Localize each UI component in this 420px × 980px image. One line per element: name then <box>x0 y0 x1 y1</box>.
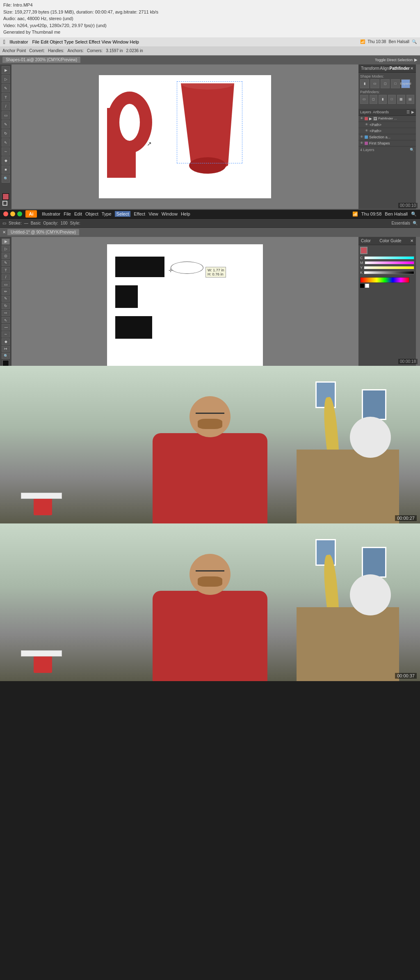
menu-file-s2[interactable]: File <box>64 211 71 216</box>
scrollbar-s1[interactable] <box>416 64 420 209</box>
eye-icon-2[interactable]: 👁 <box>365 123 368 126</box>
menu-effect-s2[interactable]: Effect <box>134 211 145 216</box>
menu-edit-s1[interactable]: Edit <box>41 39 48 44</box>
swatch-black[interactable] <box>360 284 364 288</box>
menu-select-s1[interactable]: Select <box>75 39 88 44</box>
trim-btn[interactable]: ◻ <box>370 95 378 104</box>
layers-menu-btn[interactable]: ☰ <box>406 110 410 114</box>
text-tool-s2[interactable]: T <box>2 267 10 273</box>
menu-window-s2[interactable]: Window <box>162 211 178 216</box>
blend-tool[interactable]: ∼ <box>2 147 10 156</box>
direct-selection-tool[interactable]: ▷ <box>2 75 10 83</box>
toggle-arrow[interactable]: ▶ <box>414 57 418 62</box>
panel-close[interactable]: ✕ <box>410 66 413 71</box>
menu-select-s2[interactable]: Select <box>115 211 131 217</box>
search-icon-s1[interactable]: 🔍 <box>412 39 417 44</box>
color-tab[interactable]: Color <box>361 239 371 243</box>
paintbrush-s2[interactable]: ✏ <box>2 288 10 294</box>
menu-view-s2[interactable]: View <box>148 211 158 216</box>
outline-btn[interactable]: ▩ <box>397 95 405 104</box>
menu-effect-s1[interactable]: Effect <box>89 39 100 44</box>
tab-untitled[interactable]: Untitled-1* @ 90% (CMYK/Preview) <box>7 229 79 235</box>
menu-help-s1[interactable]: Help <box>130 39 139 44</box>
line-tool-s2[interactable]: / <box>2 274 10 280</box>
layers-tab[interactable]: Layers <box>360 110 371 114</box>
blend-s2[interactable]: ∼ <box>2 331 10 337</box>
merge-btn[interactable]: ▮ <box>379 95 387 104</box>
artboards-tab[interactable]: Artboards <box>373 110 389 114</box>
tab-btn-close-s2[interactable]: ✕ <box>2 230 6 234</box>
rotate-s2[interactable]: ↻ <box>2 303 10 309</box>
eye-icon-4[interactable]: 👁 <box>360 135 363 139</box>
search-icon-s2[interactable]: 🔍 <box>411 211 417 217</box>
menu-edit-s2[interactable]: Edit <box>74 211 82 216</box>
rotate-tool[interactable]: ↻ <box>2 129 10 138</box>
minus-back-btn[interactable]: ▤ <box>406 95 415 104</box>
rect-icon-s2[interactable]: ▭ <box>2 221 6 225</box>
slider-m[interactable] <box>365 261 415 264</box>
intersect-btn[interactable]: ◻ <box>381 79 390 88</box>
menu-object-s2[interactable]: Object <box>85 211 98 216</box>
layer-name-1[interactable]: Pathfinder ... <box>378 117 397 120</box>
line-tool[interactable]: / <box>2 102 10 110</box>
layers-search-icon[interactable]: 🔍 <box>410 148 414 152</box>
rect-tool[interactable]: ▭ <box>2 111 10 119</box>
unite-btn[interactable]: ▮ <box>360 79 369 88</box>
minus-front-btn[interactable]: ▭ <box>370 79 379 88</box>
crop-btn[interactable]: □ <box>388 95 396 104</box>
tab-pathfinder[interactable]: Pathfinder <box>390 66 410 71</box>
layer-expand-1[interactable]: ▶ <box>369 117 372 121</box>
eyedropper-tool[interactable]: ◆ <box>2 156 10 165</box>
color-spectrum-bar[interactable] <box>360 277 409 283</box>
lasso-tool-s2[interactable]: ◎ <box>2 252 10 259</box>
slider-k[interactable] <box>364 271 414 274</box>
scale-tool[interactable]: ⇖ <box>2 138 10 147</box>
close-btn-s2[interactable] <box>3 211 8 216</box>
layers-expand-btn[interactable]: ▶ <box>411 110 414 114</box>
color-preview-swatch[interactable] <box>360 247 368 254</box>
eye-icon-5[interactable]: 👁 <box>360 141 363 145</box>
rect-tool-s2[interactable]: ▭ <box>2 281 10 287</box>
menu-file-s1[interactable]: File <box>32 39 39 44</box>
menu-type-s1[interactable]: Type <box>64 39 74 44</box>
minimize-btn-s2[interactable] <box>10 211 15 216</box>
fill-swatch-s2[interactable] <box>2 360 9 366</box>
zoom-s2[interactable]: 🔍 <box>2 353 10 359</box>
menu-object-s1[interactable]: Object <box>50 39 63 44</box>
selection-tool[interactable]: ▶ <box>2 66 10 74</box>
menu-view-s1[interactable]: View <box>101 39 111 44</box>
warp-s2[interactable]: ⸻ <box>2 324 10 330</box>
pencil-s2[interactable]: ✎ <box>2 296 10 302</box>
slider-c[interactable] <box>364 256 415 259</box>
scale-s2[interactable]: ⇖ <box>2 317 10 323</box>
tab-shapes[interactable]: Shapes-01.ai@ 200% (CMYK/Preview) <box>2 57 80 63</box>
ellipse-shape[interactable] <box>171 262 203 274</box>
selection-tool-s2[interactable]: ▶ <box>2 239 10 245</box>
pen-tool[interactable]: ✎ <box>2 84 10 92</box>
menu-type-s2[interactable]: Type <box>102 211 112 216</box>
eye-icon-1[interactable]: 👁 <box>360 117 363 120</box>
tab-transform[interactable]: Transform <box>361 66 379 71</box>
expand-btn[interactable]: Expand <box>401 79 410 88</box>
tab-align[interactable]: Align <box>380 66 389 71</box>
pen-tool-s2[interactable]: ✎ <box>2 260 10 266</box>
essentials-s2[interactable]: Essentials <box>391 221 410 225</box>
color-panel-close[interactable]: ✕ <box>410 239 413 243</box>
stroke-swatch[interactable] <box>2 201 7 206</box>
measure-s2[interactable]: ↦ <box>2 346 10 352</box>
menu-illustrator-s2[interactable]: Illustrator <box>42 211 60 216</box>
eye-icon-3[interactable]: 👁 <box>365 129 368 133</box>
paintbrush-tool[interactable]: ✎ <box>2 120 10 129</box>
direct-tool-s2[interactable]: ▷ <box>2 246 10 252</box>
mirror-s2[interactable]: ⇨ <box>2 310 10 316</box>
slider-y[interactable] <box>364 266 414 269</box>
fill-swatch[interactable] <box>2 193 9 200</box>
color-guide-tab[interactable]: Color Guide <box>379 239 401 243</box>
exclude-btn[interactable]: □ <box>391 79 400 88</box>
divide-btn[interactable]: ▭ <box>360 95 368 104</box>
scrollbar-s2[interactable] <box>416 237 420 366</box>
toggle-direct-selection[interactable]: Toggle Direct Selection <box>375 58 413 62</box>
maximize-btn-s2[interactable] <box>17 211 22 216</box>
eyedropper-s2[interactable]: ◆ <box>2 338 10 344</box>
zoom-tool[interactable]: 🔍 <box>2 174 10 183</box>
